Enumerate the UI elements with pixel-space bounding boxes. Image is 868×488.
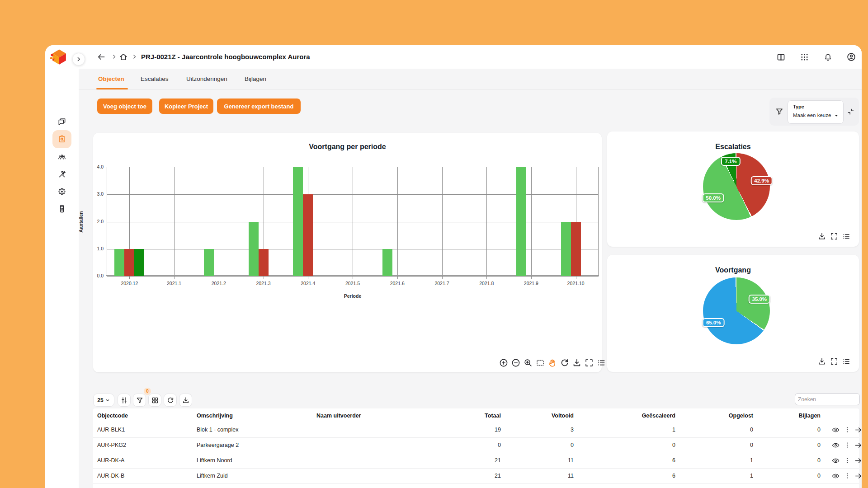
eye-icon[interactable] (831, 441, 840, 450)
tab-uitzonderingen[interactable]: Uitzonderingen (185, 72, 228, 86)
add-object-button[interactable]: Voeg object toe (97, 99, 152, 114)
table-toolbar: 25 0 (93, 390, 859, 408)
gridline (397, 167, 398, 276)
voortgang-pie-title: Voortgang (607, 266, 859, 274)
column-header: Objectcode (97, 410, 192, 421)
column-header: Naam uitvoerder (316, 410, 434, 421)
voortgang-pie-card: Voortgang 35.0%65.0% (607, 255, 859, 372)
x-tick (174, 276, 175, 279)
search-input[interactable] (795, 393, 860, 405)
bar (259, 249, 269, 276)
x-tick (264, 276, 264, 279)
list-icon[interactable] (596, 358, 606, 368)
reset-icon[interactable] (560, 358, 570, 368)
chevron-right-icon (111, 54, 117, 60)
tab-bijlagen[interactable]: Bijlagen (244, 72, 267, 86)
cell (316, 437, 434, 453)
kebab-menu-icon[interactable] (843, 456, 852, 465)
bar-chart-card: Voortgang per periode Aantallen Periode … (93, 133, 602, 372)
eye-icon[interactable] (831, 471, 840, 480)
cell: 0 (775, 468, 821, 483)
pan-hand-icon[interactable] (547, 358, 557, 368)
cell: 11 (528, 468, 574, 483)
pie-slice-label: 50.0% (702, 193, 724, 202)
tab-objecten[interactable]: Objecten (97, 72, 125, 86)
kebab-menu-icon[interactable] (843, 441, 852, 450)
eye-icon[interactable] (831, 456, 840, 465)
notifications-bell-icon[interactable] (821, 51, 834, 63)
copy-project-button[interactable]: Kopieer Project (159, 99, 213, 114)
download-icon[interactable] (817, 232, 826, 241)
objects-table: ObjectcodeOmschrijvingNaam uitvoerderTot… (93, 408, 859, 488)
home-button[interactable] (118, 52, 129, 62)
open-row-arrow-icon[interactable] (854, 441, 862, 450)
app-window: PRJ-0021Z - Jaarcontrole hoogbouwcomplex… (45, 45, 862, 488)
sidebar-item-chat[interactable] (57, 117, 66, 127)
download-icon[interactable] (817, 357, 826, 366)
breadcrumb-title: PRJ-0021Z - Jaarcontrole hoogbouwcomplex… (141, 45, 310, 69)
sidebar-item-settings[interactable] (57, 187, 66, 196)
sidebar-item-team[interactable] (57, 153, 66, 162)
type-select[interactable]: Type Maak een keuze (788, 100, 844, 124)
list-icon[interactable] (842, 232, 851, 241)
zoom-in-icon[interactable] (499, 358, 509, 368)
chevron-right-icon (132, 54, 137, 60)
x-tick-label: 2021.10 (556, 281, 596, 286)
column-sliders-icon[interactable] (118, 394, 131, 407)
column-header: Voltooid (528, 410, 574, 421)
open-row-arrow-icon[interactable] (854, 471, 862, 480)
y-tick-label: 3.0 (86, 191, 104, 197)
account-icon[interactable] (845, 51, 858, 63)
fullscreen-icon[interactable] (830, 232, 839, 241)
download-icon[interactable] (179, 394, 192, 407)
split-panels-icon[interactable] (774, 51, 787, 63)
eye-icon[interactable] (831, 425, 840, 434)
fullscreen-icon[interactable] (584, 358, 594, 368)
open-row-arrow-icon[interactable] (854, 456, 862, 465)
collapse-icon[interactable] (846, 107, 855, 116)
apps-grid-icon[interactable] (798, 51, 811, 63)
x-tick (576, 276, 576, 279)
cell: 0 (528, 437, 574, 453)
cell: AUR-BLK1 (97, 422, 192, 437)
sidebar-item-tools[interactable] (57, 170, 66, 179)
download-icon[interactable] (572, 358, 582, 368)
back-button[interactable] (95, 51, 108, 63)
cell: 11 (528, 453, 574, 468)
x-tick (308, 276, 308, 279)
gridline (442, 167, 443, 276)
x-tick-label: 2021.8 (466, 281, 507, 286)
x-tick (397, 276, 398, 279)
fullscreen-icon[interactable] (830, 357, 839, 366)
bar (293, 167, 303, 276)
bar-chart-plot: Aantallen Periode 0.01.02.03.04.02020.12… (107, 167, 599, 277)
column-header: Geëscaleerd (630, 410, 675, 421)
tab-escalaties[interactable]: Escalaties (140, 72, 170, 86)
gridline (219, 167, 219, 276)
funnel-icon[interactable] (133, 394, 146, 407)
cell: 6 (630, 453, 675, 468)
sidebar-expand-button[interactable] (72, 53, 85, 66)
kebab-menu-icon[interactable] (843, 425, 852, 434)
cell: 0 (775, 422, 821, 437)
gridline (531, 167, 532, 276)
refresh-icon[interactable] (164, 394, 177, 407)
kebab-menu-icon[interactable] (843, 471, 852, 480)
open-row-arrow-icon[interactable] (854, 425, 862, 434)
bar (571, 222, 581, 277)
page-size-select[interactable]: 25 (93, 394, 114, 407)
content-area: Objecten Escalaties Uitzonderingen Bijla… (79, 69, 862, 488)
cell: Liftkern Noord (197, 453, 310, 468)
sidebar-item-inspections[interactable] (57, 135, 66, 144)
cell: 0 (775, 437, 821, 453)
generate-export-button[interactable]: Genereer export bestand (217, 99, 301, 114)
pie-slice-label: 42.9% (750, 176, 773, 185)
layout-grid-icon[interactable] (148, 394, 161, 407)
zoom-out-icon[interactable] (511, 358, 521, 368)
box-select-icon[interactable] (535, 358, 545, 368)
sidebar-item-device[interactable] (57, 204, 66, 213)
zoom-box-icon[interactable] (523, 358, 533, 368)
chat-icon (57, 117, 66, 127)
list-icon[interactable] (842, 357, 851, 366)
cell: AUR-PKG2 (97, 437, 192, 453)
